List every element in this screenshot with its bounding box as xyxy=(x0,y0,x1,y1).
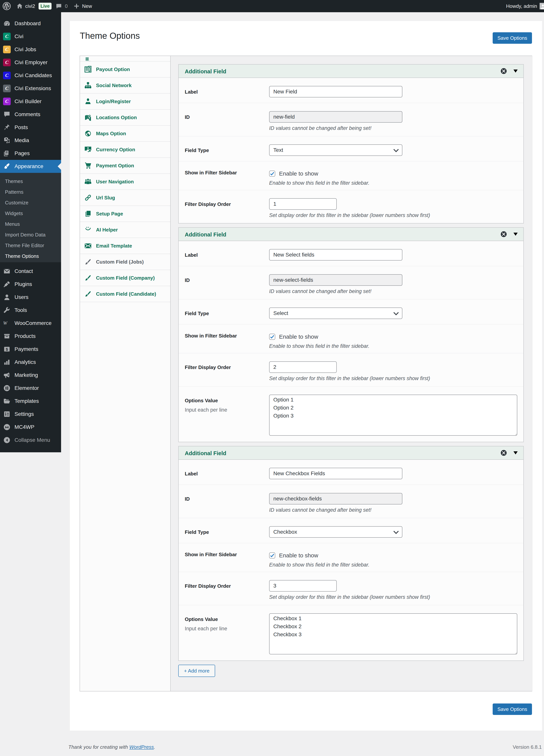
svg-text:$: $ xyxy=(6,347,8,351)
svg-text:W: W xyxy=(3,321,8,326)
